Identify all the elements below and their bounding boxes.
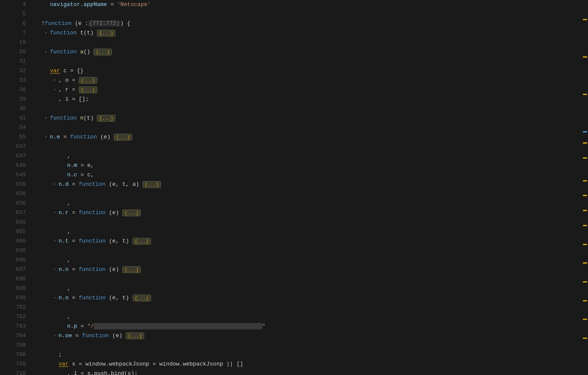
line-number: 19: [0, 38, 31, 47]
code-line: ,: [34, 227, 588, 237]
line-number-gutter: 4567192031323336394041545564764764864965…: [0, 0, 31, 375]
scrollbar-marker: [583, 19, 587, 20]
scrollbar-track[interactable]: [582, 0, 588, 375]
collapsed-block[interactable]: {...}: [133, 238, 151, 245]
code-content: navigator.appName = 'Netscape' !function…: [31, 0, 588, 375]
line-number: 33: [0, 76, 31, 85]
line-number: 665: [0, 218, 31, 227]
code-line: var c = {}: [34, 66, 588, 76]
code-line: ,: [34, 199, 588, 208]
code-line: [34, 274, 588, 284]
scrollbar-marker: [583, 180, 587, 181]
scrollbar-marker: [583, 157, 587, 159]
scrollbar-marker: [583, 210, 587, 211]
line-number: 686: [0, 246, 31, 255]
collapsed-block[interactable]: {...}: [93, 49, 112, 55]
code-line: ,: [34, 255, 588, 265]
line-number: 7: [0, 28, 31, 38]
line-number: 36: [0, 85, 31, 95]
code-line: [34, 218, 588, 227]
line-number: 41: [0, 114, 31, 123]
code-line: [34, 9, 588, 19]
scrollbar-marker: [583, 300, 587, 301]
line-number: 656: [0, 199, 31, 208]
code-line: ,: [34, 284, 588, 293]
line-number: 647: [0, 151, 31, 161]
collapsed-block[interactable]: {...}: [79, 77, 97, 84]
line-number: 657: [0, 208, 31, 218]
code-line: ▾function t(t) {...}: [34, 28, 588, 38]
line-number: 31: [0, 57, 31, 66]
code-line: var s = window.webpackJsonp = window.web…: [34, 360, 588, 369]
line-number: 702: [0, 303, 31, 312]
line-number: 699: [0, 293, 31, 303]
line-number: 6: [0, 19, 31, 28]
line-number: 656: [0, 189, 31, 199]
collapsed-block[interactable]: {...}: [114, 134, 132, 141]
code-editor: 4567192031323336394041545564764764864965…: [0, 0, 588, 375]
line-number: 4: [0, 0, 31, 9]
code-line: ▾function a() {...}: [34, 47, 588, 57]
code-line: [34, 341, 588, 350]
code-line: ▾n.t = function (e, t) {...}: [34, 237, 588, 246]
line-number: 5: [0, 9, 31, 19]
code-line: ▾, o = {...}: [34, 76, 588, 85]
line-number: 647: [0, 142, 31, 151]
code-line: [34, 189, 588, 199]
line-number: 702: [0, 312, 31, 322]
line-number: 665: [0, 227, 31, 237]
code-line: ,: [34, 312, 588, 322]
code-line: ▾n.oe = function (e) {...}: [34, 331, 588, 341]
line-number: 32: [0, 66, 31, 76]
line-number: 39: [0, 95, 31, 104]
code-line: n.m = e,: [34, 161, 588, 170]
collapsed-block[interactable]: {...}: [142, 181, 161, 188]
scrollbar-marker: [583, 319, 587, 320]
code-line: [34, 104, 588, 114]
fold-icon[interactable]: ▾: [43, 30, 49, 36]
line-number: 704: [0, 331, 31, 341]
line-number: 686: [0, 255, 31, 265]
collapsed-block[interactable]: {...}: [97, 30, 115, 37]
fold-icon[interactable]: ▾: [52, 333, 58, 339]
fold-icon[interactable]: ▾: [52, 295, 58, 301]
fold-icon[interactable]: ▾: [43, 49, 49, 55]
collapsed-block[interactable]: {...}: [122, 209, 141, 216]
line-number: 687: [0, 265, 31, 274]
fold-icon[interactable]: ▾: [52, 267, 58, 273]
fold-icon[interactable]: ▾: [52, 87, 58, 93]
fold-icon[interactable]: ▾: [43, 134, 49, 140]
line-number: 698: [0, 284, 31, 293]
code-line: ▾n.e = function (e) {...}: [34, 132, 588, 142]
code-line: [34, 142, 588, 151]
line-number: 650: [0, 180, 31, 189]
collapsed-block[interactable]: {...}: [97, 115, 115, 122]
line-number: 649: [0, 170, 31, 180]
line-number: 648: [0, 161, 31, 170]
collapsed-block[interactable]: {...}: [133, 295, 151, 301]
line-number: 698: [0, 274, 31, 284]
code-line: navigator.appName = 'Netscape': [34, 0, 588, 9]
collapsed-block[interactable]: {...}: [126, 332, 144, 339]
fold-icon[interactable]: ▾: [52, 181, 58, 188]
scrollbar-marker: [583, 56, 587, 58]
scrollbar-marker: [583, 94, 587, 95]
collapsed-block[interactable]: {...}: [122, 266, 141, 273]
fold-icon[interactable]: ▾: [52, 77, 58, 83]
scrollbar-marker: [583, 195, 587, 196]
collapsed-block[interactable]: {...}: [79, 86, 97, 93]
code-line: [34, 303, 588, 312]
code-line: ▾n.n = function (e) {...}: [34, 265, 588, 274]
code-line: ▾, r = {...}: [34, 85, 588, 95]
code-line: ;: [34, 350, 588, 360]
code-line: , i = [];: [34, 95, 588, 104]
fold-icon[interactable]: ▾: [52, 210, 58, 216]
scrollbar-marker: [583, 262, 587, 264]
fold-icon[interactable]: ▾: [52, 238, 58, 244]
code-line: [34, 123, 588, 132]
line-number: 710: [0, 369, 31, 375]
fold-icon[interactable]: ▾: [43, 115, 49, 121]
line-number: 55: [0, 132, 31, 142]
code-line: [34, 246, 588, 255]
code-line: n.c = c,: [34, 170, 588, 180]
